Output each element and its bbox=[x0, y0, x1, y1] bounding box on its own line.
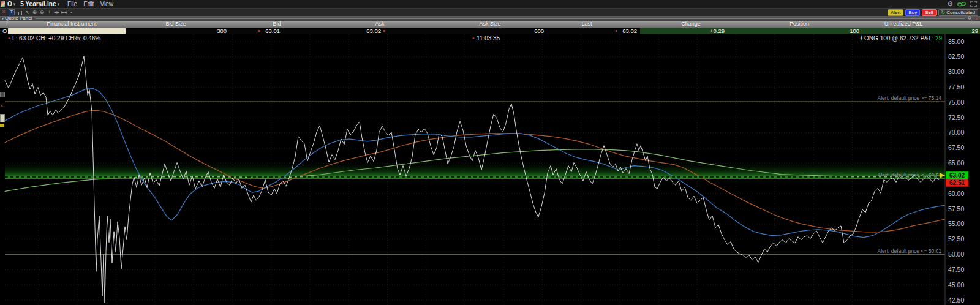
position-overlay: LONG 100 @ 62.732 P&L: 29 bbox=[861, 35, 943, 42]
col-position: Position bbox=[790, 21, 809, 28]
col-change: Change bbox=[681, 21, 701, 28]
axis-tick-label: 52.50 bbox=[948, 235, 964, 243]
buy-button[interactable]: Buy bbox=[905, 9, 920, 16]
text-annotation-icon[interactable]: T bbox=[9, 9, 15, 15]
alert-button[interactable]: Alert bbox=[888, 9, 903, 16]
chart-edge-widget[interactable] bbox=[0, 124, 4, 127]
position-highlight bbox=[640, 28, 980, 34]
col-unrealized-pnl: Unrealized P&L bbox=[884, 21, 923, 28]
chart-edge-widget[interactable] bbox=[0, 114, 5, 122]
symbol-combo[interactable]: O bbox=[7, 0, 12, 8]
period-combo[interactable]: 5 Years/Line bbox=[20, 0, 56, 8]
last-price-tag-label: 63.02 bbox=[949, 172, 965, 179]
tws-chart-window: { "menubar": { "symbol_combo": "O", "per… bbox=[0, 0, 980, 305]
period-combo-caret-icon[interactable]: ▾ bbox=[58, 0, 60, 8]
ask-cell[interactable]: 63.02 bbox=[366, 28, 381, 34]
settings-gear-icon[interactable]: ⚙ bbox=[947, 1, 953, 7]
quote-panel-title: Quote Panel bbox=[5, 16, 32, 21]
alert-label: Alert: default price <= 50.01 bbox=[878, 248, 942, 254]
divider bbox=[36, 18, 965, 19]
symbol-combo-caret-icon[interactable]: ▾ bbox=[13, 0, 16, 8]
last-tick-icon bbox=[616, 30, 617, 32]
quote-row[interactable]: O 300 63.01 63.02 600 63.02 +0.29 100 29 bbox=[0, 28, 980, 34]
axis-tick-label: 77.50 bbox=[948, 83, 964, 91]
col-last: Last bbox=[581, 21, 592, 28]
unrealized-pnl-cell[interactable]: 29 bbox=[971, 28, 978, 34]
bar-chart-icon[interactable] bbox=[18, 10, 22, 15]
price-chart[interactable]: Alert: default price >= 75.14Alert: defa… bbox=[0, 34, 980, 305]
menu-view[interactable]: View bbox=[97, 0, 116, 8]
chart-edge-close-icon[interactable]: ✕ bbox=[0, 104, 4, 108]
axis-tick-label: 50.00 bbox=[948, 250, 964, 258]
axis-tick-label: 55.00 bbox=[948, 220, 964, 227]
axis-tick-label: 82.50 bbox=[948, 53, 964, 60]
col-bid: Bid bbox=[273, 21, 281, 28]
change-cell[interactable]: +0.29 bbox=[710, 28, 725, 34]
axis-tick-label: 75.00 bbox=[948, 99, 964, 106]
compress-horizontal-icon[interactable]: ▶◀ bbox=[61, 9, 68, 16]
quote-panel-header: ▾ Quote Panel ✕ bbox=[0, 16, 980, 21]
position-band bbox=[5, 164, 945, 179]
price-series bbox=[5, 56, 945, 303]
search-icon[interactable] bbox=[968, 16, 973, 21]
axis-tick-label: 60.00 bbox=[948, 190, 964, 197]
axis-tick-label: 67.50 bbox=[948, 144, 964, 151]
refresh-icon: ↻ bbox=[941, 10, 946, 15]
bid-size-cell[interactable]: 300 bbox=[217, 28, 227, 34]
col-bid-size: Bid Size bbox=[165, 21, 186, 28]
collapse-caret-icon[interactable]: ▾ bbox=[0, 16, 5, 21]
instrument-swatch[interactable] bbox=[8, 28, 126, 34]
consolidated-label: Consolidated bbox=[946, 10, 975, 15]
menu-file[interactable]: File bbox=[64, 0, 80, 8]
quote-table-header: Financial Instrument Bid Size Bid Ask As… bbox=[0, 21, 980, 28]
fullscreen-icon[interactable] bbox=[970, 1, 977, 7]
time-overlay: 11:03:35 bbox=[477, 35, 500, 42]
chart-edge-widget[interactable] bbox=[0, 92, 5, 97]
ask-size-cell[interactable]: 600 bbox=[534, 28, 544, 34]
position-cell[interactable]: 100 bbox=[850, 28, 859, 34]
col-financial-instrument: Financial Instrument bbox=[47, 21, 96, 28]
ask-tick-icon bbox=[383, 30, 385, 32]
alert-label: Alert: default price >= 75.14 bbox=[878, 95, 942, 101]
symbol-cell[interactable]: O bbox=[2, 28, 7, 34]
tick-dot-icon bbox=[473, 37, 475, 39]
chart-toolbar: ✕ T ↖ ⊕ ⊖ + ◀▶ ▶◀ ▾ Alert Buy Sell ↻ Con… bbox=[0, 8, 980, 16]
menu-bar: O ▾ 5 Years/Line ▾ File Edit View ⚙ bbox=[0, 0, 980, 8]
axis-tick-label: 72.50 bbox=[948, 114, 964, 121]
bid-cell[interactable]: 63.01 bbox=[265, 28, 280, 34]
axis-tick-label: 65.00 bbox=[948, 159, 964, 167]
toolbar-dropdown-caret-icon[interactable]: ▾ bbox=[68, 9, 75, 16]
col-ask: Ask bbox=[375, 21, 384, 28]
tick-dot-icon bbox=[9, 37, 10, 39]
axis-tick-label: 57.50 bbox=[948, 205, 964, 213]
close-panel-icon[interactable]: ✕ bbox=[974, 17, 978, 21]
zoom-out-icon[interactable]: ⊖ bbox=[39, 9, 46, 16]
crosshair-icon[interactable]: + bbox=[46, 9, 53, 16]
alert-price-tag-label: 62.51 bbox=[949, 179, 965, 186]
axis-tick-label: 42.50 bbox=[948, 296, 964, 304]
app-icon bbox=[1, 1, 5, 7]
axis-tick-label: 70.00 bbox=[948, 129, 964, 136]
axis-tick-label: 47.50 bbox=[948, 266, 964, 273]
col-ask-size: Ask Size bbox=[479, 21, 500, 28]
link-icon[interactable] bbox=[957, 1, 966, 7]
sell-button[interactable]: Sell bbox=[922, 9, 936, 16]
expand-horizontal-icon[interactable]: ◀▶ bbox=[53, 9, 61, 16]
menu-edit[interactable]: Edit bbox=[80, 0, 97, 8]
axis-tick-label: 80.00 bbox=[948, 68, 964, 75]
last-cell[interactable]: 63.02 bbox=[622, 28, 637, 34]
bid-tick-icon bbox=[258, 30, 260, 32]
axis-tick-label: 45.00 bbox=[948, 281, 964, 288]
axis-tick-label: 85.00 bbox=[948, 38, 964, 45]
last-change-overlay: L: 63.02 CH: +0.29 CH%: 0.46% bbox=[12, 35, 100, 42]
consolidated-button[interactable]: ↻ Consolidated bbox=[938, 9, 978, 16]
